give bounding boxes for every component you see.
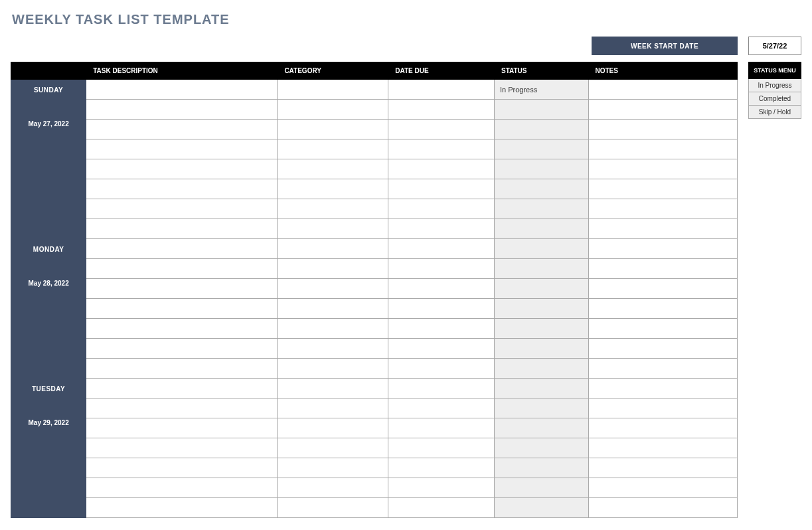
task-cell[interactable]: [86, 219, 278, 239]
notes-cell[interactable]: [588, 159, 737, 179]
category-cell[interactable]: [278, 80, 388, 100]
task-cell[interactable]: [86, 418, 278, 438]
due-cell[interactable]: [388, 80, 495, 100]
notes-cell[interactable]: [588, 398, 737, 418]
category-cell[interactable]: [278, 120, 388, 139]
due-cell[interactable]: [388, 279, 495, 299]
category-cell[interactable]: [278, 379, 388, 398]
task-cell[interactable]: [86, 80, 278, 100]
category-cell[interactable]: [278, 438, 388, 458]
task-cell[interactable]: [86, 498, 278, 518]
due-cell[interactable]: [388, 219, 495, 239]
notes-cell[interactable]: [588, 418, 737, 438]
status-menu-item[interactable]: Skip / Hold: [749, 106, 801, 119]
due-cell[interactable]: [388, 100, 495, 120]
status-cell[interactable]: [494, 279, 588, 299]
task-cell[interactable]: [86, 199, 278, 219]
task-cell[interactable]: [86, 398, 278, 418]
notes-cell[interactable]: [588, 199, 737, 219]
due-cell[interactable]: [388, 498, 495, 518]
task-cell[interactable]: [86, 359, 278, 379]
status-cell[interactable]: [494, 199, 588, 219]
task-cell[interactable]: [86, 279, 278, 299]
task-cell[interactable]: [86, 179, 278, 199]
due-cell[interactable]: [388, 359, 495, 379]
task-cell[interactable]: [86, 139, 278, 159]
due-cell[interactable]: [388, 458, 495, 478]
task-cell[interactable]: [86, 478, 278, 498]
status-menu-item[interactable]: Completed: [749, 92, 801, 106]
category-cell[interactable]: [278, 159, 388, 179]
due-cell[interactable]: [388, 418, 495, 438]
task-cell[interactable]: [86, 299, 278, 319]
due-cell[interactable]: [388, 319, 495, 339]
notes-cell[interactable]: [588, 359, 737, 379]
week-start-date-value[interactable]: 5/27/22: [748, 37, 801, 55]
due-cell[interactable]: [388, 379, 495, 398]
notes-cell[interactable]: [588, 100, 737, 120]
notes-cell[interactable]: [588, 299, 737, 319]
notes-cell[interactable]: [588, 478, 737, 498]
status-cell[interactable]: [494, 379, 588, 398]
notes-cell[interactable]: [588, 259, 737, 279]
due-cell[interactable]: [388, 239, 495, 259]
category-cell[interactable]: [278, 199, 388, 219]
task-cell[interactable]: [86, 239, 278, 259]
notes-cell[interactable]: [588, 339, 737, 359]
category-cell[interactable]: [278, 339, 388, 359]
status-cell[interactable]: [494, 339, 588, 359]
category-cell[interactable]: [278, 179, 388, 199]
notes-cell[interactable]: [588, 458, 737, 478]
status-cell[interactable]: [494, 159, 588, 179]
category-cell[interactable]: [278, 359, 388, 379]
due-cell[interactable]: [388, 139, 495, 159]
task-cell[interactable]: [86, 339, 278, 359]
category-cell[interactable]: [278, 498, 388, 518]
category-cell[interactable]: [278, 279, 388, 299]
category-cell[interactable]: [278, 299, 388, 319]
task-cell[interactable]: [86, 159, 278, 179]
due-cell[interactable]: [388, 159, 495, 179]
due-cell[interactable]: [388, 179, 495, 199]
notes-cell[interactable]: [588, 498, 737, 518]
status-cell[interactable]: [494, 359, 588, 379]
notes-cell[interactable]: [588, 179, 737, 199]
due-cell[interactable]: [388, 478, 495, 498]
status-cell[interactable]: [494, 239, 588, 259]
task-cell[interactable]: [86, 438, 278, 458]
status-cell[interactable]: [494, 458, 588, 478]
status-menu-item[interactable]: In Progress: [749, 79, 801, 92]
notes-cell[interactable]: [588, 139, 737, 159]
status-cell[interactable]: In Progress: [494, 80, 588, 100]
category-cell[interactable]: [278, 219, 388, 239]
category-cell[interactable]: [278, 100, 388, 120]
status-cell[interactable]: [494, 139, 588, 159]
category-cell[interactable]: [278, 478, 388, 498]
status-cell[interactable]: [494, 120, 588, 139]
status-cell[interactable]: [494, 259, 588, 279]
due-cell[interactable]: [388, 438, 495, 458]
notes-cell[interactable]: [588, 438, 737, 458]
notes-cell[interactable]: [588, 239, 737, 259]
status-cell[interactable]: [494, 398, 588, 418]
category-cell[interactable]: [278, 398, 388, 418]
notes-cell[interactable]: [588, 379, 737, 398]
notes-cell[interactable]: [588, 279, 737, 299]
notes-cell[interactable]: [588, 80, 737, 100]
category-cell[interactable]: [278, 139, 388, 159]
due-cell[interactable]: [388, 299, 495, 319]
task-cell[interactable]: [86, 458, 278, 478]
due-cell[interactable]: [388, 120, 495, 139]
status-cell[interactable]: [494, 438, 588, 458]
status-cell[interactable]: [494, 299, 588, 319]
notes-cell[interactable]: [588, 219, 737, 239]
status-cell[interactable]: [494, 179, 588, 199]
task-cell[interactable]: [86, 259, 278, 279]
status-cell[interactable]: [494, 100, 588, 120]
status-cell[interactable]: [494, 418, 588, 438]
category-cell[interactable]: [278, 319, 388, 339]
task-cell[interactable]: [86, 100, 278, 120]
status-cell[interactable]: [494, 498, 588, 518]
category-cell[interactable]: [278, 239, 388, 259]
task-cell[interactable]: [86, 379, 278, 398]
